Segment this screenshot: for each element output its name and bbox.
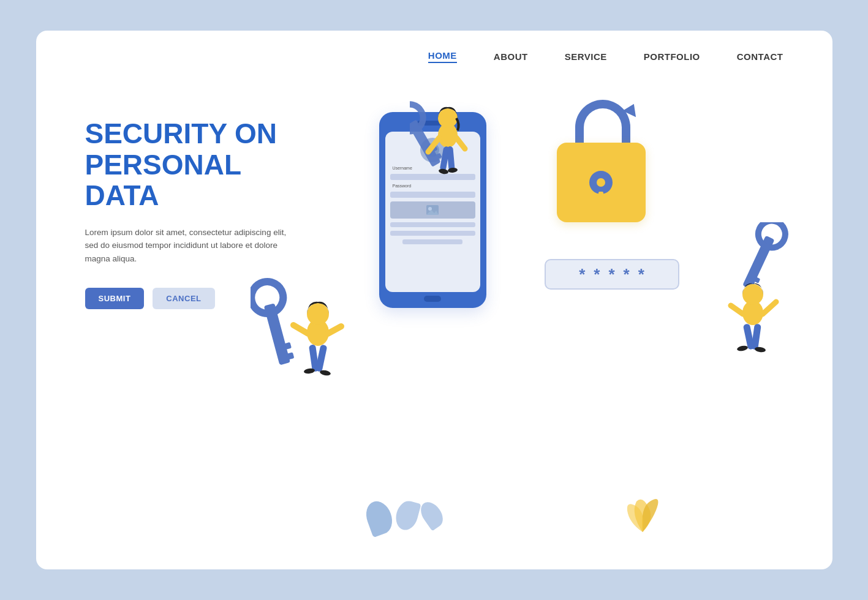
svg-line-38 bbox=[763, 302, 776, 314]
cancel-button[interactable]: CANCEL bbox=[153, 288, 214, 309]
plant-leaf-3 bbox=[416, 498, 447, 531]
plant-leaf-2 bbox=[393, 498, 421, 532]
nav-about[interactable]: ABOUT bbox=[494, 51, 528, 62]
svg-point-5 bbox=[438, 108, 458, 128]
button-group: SUBMIT CANCEL bbox=[85, 288, 318, 309]
svg-point-32 bbox=[742, 284, 763, 305]
hero-description: Lorem ipsum dolor sit amet, consectetur … bbox=[85, 226, 293, 266]
phone-home-button bbox=[424, 296, 441, 302]
password-label: Password bbox=[393, 184, 412, 188]
padlock-body bbox=[557, 143, 646, 222]
svg-point-28 bbox=[753, 222, 789, 252]
hero-left: SECURITY ON PERSONAL DATA Lorem ipsum do… bbox=[85, 81, 318, 553]
svg-point-1 bbox=[410, 99, 428, 136]
padlock-keyhole-inner bbox=[597, 178, 605, 187]
padlock bbox=[557, 100, 646, 222]
svg-point-8 bbox=[438, 168, 448, 175]
password-bar: * * * * * bbox=[545, 259, 679, 290]
padlock-keyhole bbox=[589, 171, 613, 194]
svg-rect-7 bbox=[447, 146, 455, 171]
plants-yellow bbox=[624, 489, 661, 534]
svg-line-26 bbox=[328, 326, 341, 334]
person1 bbox=[410, 69, 483, 228]
nav-contact[interactable]: CONTACT bbox=[737, 51, 783, 62]
person3 bbox=[704, 222, 802, 369]
svg-line-11 bbox=[456, 138, 465, 149]
asterisk-5: * bbox=[638, 266, 644, 282]
page-container: HOME ABOUT SERVICE PORTFOLIO CONTACT SEC… bbox=[36, 31, 832, 569]
asterisk-3: * bbox=[608, 266, 614, 282]
svg-line-37 bbox=[731, 306, 743, 314]
submit-button[interactable]: SUBMIT bbox=[85, 288, 145, 309]
hero-title: SECURITY ON PERSONAL DATA bbox=[85, 118, 318, 211]
hero: SECURITY ON PERSONAL DATA Lorem ipsum do… bbox=[36, 63, 832, 553]
padlock-keyhole-slot bbox=[598, 192, 603, 200]
svg-rect-34 bbox=[751, 324, 761, 350]
phone-text-block3 bbox=[402, 239, 462, 244]
plant-leaf-1 bbox=[361, 498, 396, 538]
svg-point-35 bbox=[736, 345, 748, 352]
nav-home[interactable]: HOME bbox=[428, 50, 457, 63]
plants-left bbox=[367, 501, 441, 534]
asterisk-2: * bbox=[594, 266, 600, 282]
asterisk-4: * bbox=[624, 266, 630, 282]
nav: HOME ABOUT SERVICE PORTFOLIO CONTACT bbox=[36, 31, 832, 63]
asterisk-1: * bbox=[579, 266, 585, 282]
phone-text-block2 bbox=[390, 231, 475, 236]
nav-service[interactable]: SERVICE bbox=[565, 51, 607, 62]
padlock-shackle bbox=[575, 100, 630, 143]
nav-portfolio[interactable]: PORTFOLIO bbox=[644, 51, 700, 62]
